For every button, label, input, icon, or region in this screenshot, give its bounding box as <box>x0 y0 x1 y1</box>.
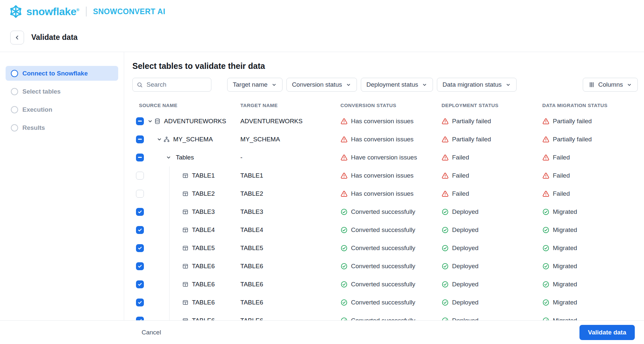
status-text: Migrated <box>553 226 577 234</box>
status-text: Migrated <box>553 281 577 288</box>
warning-icon <box>442 190 449 197</box>
row-checkbox[interactable] <box>136 172 144 180</box>
warning-icon <box>542 118 550 125</box>
stepper-item-select-tables[interactable]: Select tables <box>6 84 118 99</box>
source-name: Tables <box>176 154 194 161</box>
stepper-item-execution[interactable]: Execution <box>6 102 118 117</box>
column-header-conversion-status: Conversion status <box>340 102 442 108</box>
deployment-status: Deployed <box>442 244 542 252</box>
source-name: TABLE3 <box>192 208 215 215</box>
row-checkbox[interactable] <box>136 226 144 234</box>
filter-dropdown-target-name[interactable]: Target name <box>227 78 282 92</box>
row-checkbox[interactable] <box>136 117 144 125</box>
table-row: TABLE6 TABLE6 Converted successfully Dep… <box>132 257 638 275</box>
columns-button[interactable]: Columns <box>583 78 638 92</box>
source-name: TABLE4 <box>192 226 215 234</box>
chevron-down-icon <box>505 82 511 88</box>
source-name: MY_SCHEMA <box>173 136 213 143</box>
step-circle-icon <box>11 106 18 113</box>
target-name: TABLE6 <box>240 263 340 270</box>
row-checkbox[interactable] <box>136 208 144 216</box>
status-text: Has conversion issues <box>351 172 414 179</box>
table-icon <box>182 245 189 251</box>
table-icon <box>182 172 189 179</box>
source-name: TABLE6 <box>192 299 215 306</box>
table-row: TABLE3 TABLE3 Converted successfully Dep… <box>132 203 638 221</box>
success-icon <box>340 263 348 270</box>
target-name: TABLE1 <box>240 172 340 179</box>
table-row: TABLE4 TABLE4 Converted successfully Dep… <box>132 221 638 239</box>
cancel-button[interactable]: Cancel <box>142 329 161 336</box>
filter-dropdown-deployment-status[interactable]: Deployment status <box>361 78 433 92</box>
row-checkbox[interactable] <box>136 135 144 143</box>
deployment-status: Partially failed <box>442 136 542 143</box>
chevron-down-icon[interactable] <box>156 137 163 142</box>
row-checkbox[interactable] <box>136 154 144 161</box>
source-name: TABLE1 <box>192 172 215 179</box>
deployment-status: Deployed <box>442 263 542 270</box>
status-text: Failed <box>553 190 570 197</box>
target-name: MY_SCHEMA <box>240 136 340 143</box>
conversion-status: Has conversion issues <box>340 136 442 143</box>
deployment-status: Deployed <box>442 299 542 306</box>
table-row: TABLE6 TABLE6 Converted successfully Dep… <box>132 275 638 293</box>
row-checkbox[interactable] <box>136 280 144 288</box>
warning-icon <box>340 136 348 143</box>
brand-divider <box>86 7 87 16</box>
target-name: - <box>240 154 340 161</box>
source-name: TABLE2 <box>192 190 215 197</box>
success-icon <box>340 244 348 252</box>
conversion-status: Converted successfully <box>340 244 442 252</box>
status-text: Deployed <box>452 208 478 215</box>
source-name: TABLE5 <box>192 244 215 252</box>
app-window: snowflake® SNOWCONVERT AI Validate data … <box>0 0 644 344</box>
chevron-down-icon[interactable] <box>147 119 153 124</box>
status-text: Migrated <box>553 263 577 270</box>
status-text: Converted successfully <box>351 299 415 306</box>
snowflake-logo: snowflake® <box>8 4 79 19</box>
source-name: TABLE6 <box>192 281 215 288</box>
conversion-status: Converted successfully <box>340 281 442 288</box>
back-button[interactable] <box>10 31 24 44</box>
status-text: Migrated <box>553 244 577 252</box>
table-icon <box>182 263 189 270</box>
chevron-down-icon[interactable] <box>165 155 172 160</box>
data-migration-status: Failed <box>542 154 638 161</box>
target-name: TABLE6 <box>240 299 340 306</box>
stepper-item-label: Results <box>22 124 45 131</box>
table-row: TABLE1 TABLE1 Has conversion issues Fail… <box>132 166 638 185</box>
success-icon <box>442 281 449 288</box>
row-checkbox[interactable] <box>136 244 144 252</box>
row-checkbox[interactable] <box>136 190 144 198</box>
status-text: Failed <box>452 154 469 161</box>
deployment-status: Deployed <box>442 208 542 215</box>
chevron-left-icon <box>14 35 20 41</box>
status-text: Partially failed <box>553 118 592 125</box>
table-icon <box>182 209 189 215</box>
database-icon <box>154 118 161 125</box>
row-checkbox[interactable] <box>136 262 144 270</box>
stepper-item-label: Select tables <box>22 88 61 95</box>
warning-icon <box>442 172 449 179</box>
validate-data-button[interactable]: Validate data <box>579 325 635 340</box>
step-circle-icon <box>11 70 18 77</box>
status-text: Converted successfully <box>351 263 415 270</box>
filter-buttons: Target name Conversion status Deployment… <box>227 78 521 92</box>
filter-dropdown-conversion-status[interactable]: Conversion status <box>286 78 357 92</box>
target-name: ADVENTUREWORKS <box>240 118 340 125</box>
filter-dropdown-data-migration-status[interactable]: Data migration status <box>437 78 517 92</box>
success-icon <box>542 208 550 215</box>
source-name: ADVENTUREWORKS <box>164 118 226 125</box>
status-text: Partially failed <box>452 136 491 143</box>
table-row: ADVENTUREWORKS ADVENTUREWORKS Has conver… <box>132 112 638 130</box>
status-text: Failed <box>553 172 570 179</box>
data-migration-status: Failed <box>542 172 638 179</box>
row-checkbox[interactable] <box>136 299 144 306</box>
stepper-item-results[interactable]: Results <box>6 120 118 135</box>
search-input[interactable] <box>146 81 207 89</box>
snowflake-wordmark: snowflake® <box>26 6 79 18</box>
deployment-status: Deployed <box>442 226 542 234</box>
stepper-item-connect-to-snowflake[interactable]: Connect to Snowflake <box>6 66 118 81</box>
status-text: Converted successfully <box>351 208 415 215</box>
table-row: Tables - Have conversion issues Failed F… <box>132 148 638 166</box>
